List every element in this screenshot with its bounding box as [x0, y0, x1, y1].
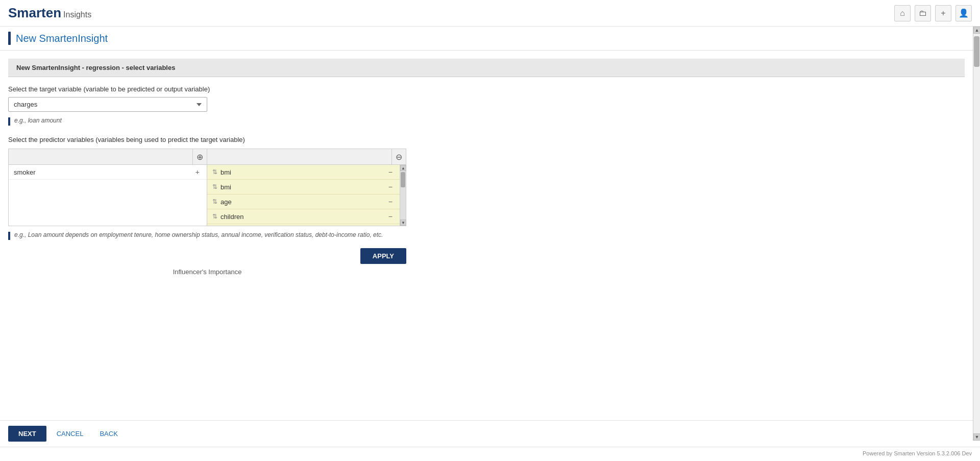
- back-button[interactable]: BACK: [93, 426, 124, 442]
- logo-sub: Insights: [63, 10, 91, 19]
- home-button[interactable]: ⌂: [894, 5, 911, 21]
- footer: Powered by Smarten Version 5.3.2.006 Dev: [0, 447, 980, 461]
- header: Smarten Insights ⌂ 🗀 + 👤: [0, 0, 980, 27]
- home-icon: ⌂: [900, 9, 905, 18]
- right-search-bar: ⊖: [207, 149, 406, 165]
- left-panel: ⊕ smoker +: [8, 149, 207, 226]
- folder-icon: 🗀: [919, 9, 927, 18]
- scroll-track: [400, 171, 406, 220]
- influencer-label: Influencer's Importance: [8, 268, 406, 276]
- cancel-button[interactable]: CANCEL: [51, 426, 90, 442]
- next-button[interactable]: NEXT: [8, 426, 46, 442]
- remove-item-button[interactable]: −: [386, 198, 395, 206]
- drag-icon: ⇅: [212, 213, 217, 220]
- page-title: New SmartenInsight: [16, 33, 108, 44]
- add-all-button[interactable]: ⊕: [192, 149, 207, 164]
- apply-button[interactable]: APPLY: [360, 248, 406, 264]
- right-list-wrapper: ⇅ bmi − ⇅ bmi: [207, 165, 406, 226]
- plus-circle-icon: ⊕: [197, 152, 203, 162]
- hint-accent: [8, 117, 10, 126]
- list-item[interactable]: ⇅ children −: [207, 209, 400, 224]
- predictor-label: Select the predictor variables (variable…: [8, 136, 965, 143]
- user-icon: 👤: [959, 8, 969, 18]
- header-icons: ⌂ 🗀 + 👤: [894, 5, 972, 21]
- target-variable-section: Select the target variable (variable to …: [8, 85, 965, 126]
- logo: Smarten Insights: [8, 5, 91, 21]
- add-item-button[interactable]: +: [193, 168, 202, 176]
- right-list-scrollbar: ▲ ▼: [400, 165, 406, 226]
- bottom-bar: NEXT CANCEL BACK: [0, 420, 980, 447]
- predictor-section: Select the predictor variables (variable…: [8, 136, 965, 276]
- drag-icon: ⇅: [212, 168, 217, 176]
- left-list: smoker +: [8, 165, 207, 226]
- predictor-hint: e.g., Loan amount depends on employment …: [8, 231, 406, 240]
- scroll-up-arrow[interactable]: ▲: [400, 165, 406, 171]
- list-item[interactable]: ⇅ bmi −: [207, 180, 400, 195]
- scrollbar-thumb: [974, 51, 979, 67]
- remove-item-button[interactable]: −: [386, 183, 395, 191]
- drag-icon: ⇅: [212, 183, 217, 190]
- right-scrollbar: ▲ ▼: [973, 51, 980, 420]
- remove-item-button[interactable]: −: [386, 212, 395, 221]
- list-item[interactable]: smoker +: [9, 165, 207, 180]
- section-header: New SmartenInsight - regression - select…: [8, 59, 965, 77]
- list-item[interactable]: ⇅ age −: [207, 195, 400, 209]
- scroll-thumb: [401, 172, 405, 187]
- logo-brand: Smarten: [8, 5, 61, 21]
- target-variable-dropdown[interactable]: charges: [8, 97, 207, 112]
- page-title-accent: [8, 32, 11, 45]
- list-item[interactable]: ⇅ bmi −: [207, 165, 400, 180]
- hint-accent-2: [8, 232, 10, 240]
- user-button[interactable]: 👤: [955, 5, 972, 21]
- target-variable-label: Select the target variable (variable to …: [8, 85, 965, 93]
- remove-item-button[interactable]: −: [386, 168, 395, 176]
- right-search-input[interactable]: [207, 149, 391, 164]
- right-list: ⇅ bmi − ⇅ bmi: [207, 165, 400, 226]
- folder-button[interactable]: 🗀: [915, 5, 931, 21]
- plus-icon: +: [941, 9, 945, 18]
- dual-list: ⊕ smoker +: [8, 149, 406, 226]
- drag-icon: ⇅: [212, 198, 217, 205]
- apply-row: APPLY: [8, 248, 406, 264]
- remove-all-button[interactable]: ⊖: [391, 149, 406, 164]
- scroll-down-arrow[interactable]: ▼: [400, 220, 406, 226]
- left-search-bar: ⊕: [8, 149, 207, 165]
- minus-circle-icon: ⊖: [396, 152, 402, 162]
- main-scroll: New SmartenInsight - regression - select…: [0, 51, 980, 420]
- target-variable-hint: e.g., loan amount: [8, 117, 965, 126]
- footer-text: Powered by Smarten Version 5.3.2.006 Dev: [863, 450, 972, 456]
- content-area: New SmartenInsight - regression - select…: [0, 51, 980, 420]
- right-panel: ⊖ ⇅ bmi −: [207, 149, 406, 226]
- page-title-bar: New SmartenInsight: [0, 27, 980, 51]
- left-search-input[interactable]: [9, 149, 192, 164]
- add-button[interactable]: +: [935, 5, 951, 21]
- scrollbar-track: [973, 51, 980, 420]
